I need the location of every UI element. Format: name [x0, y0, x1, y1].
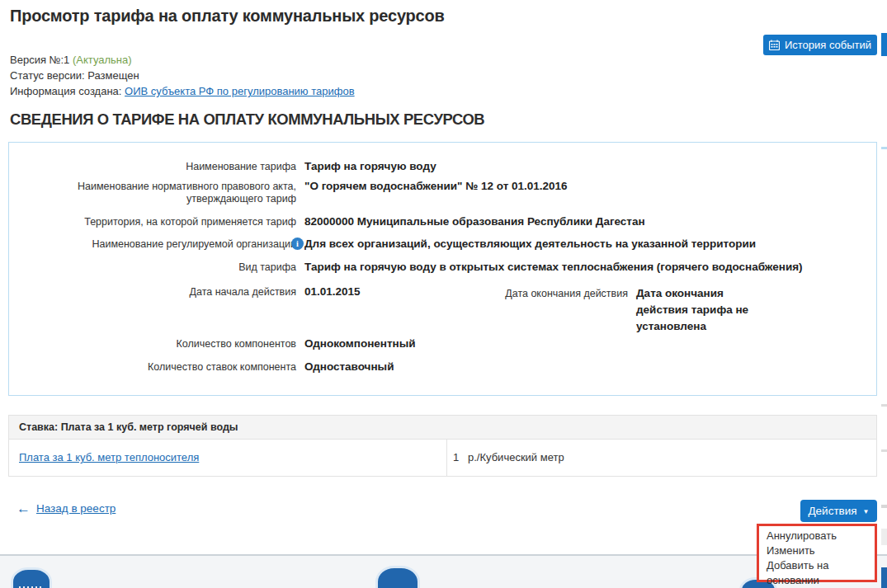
- field-label-tariff-type: Вид тарифа: [17, 261, 296, 274]
- back-arrow-icon[interactable]: ←: [17, 501, 31, 517]
- section-heading: СВЕДЕНИЯ О ТАРИФЕ НА ОПЛАТУ КОММУНАЛЬНЫХ…: [10, 111, 484, 129]
- created-label: Информация создана:: [10, 85, 121, 97]
- field-value-tariff-type: Тариф на горячую воду в открытых система…: [304, 261, 849, 274]
- version-meta: Версия №:1 (Актуальна) Статус версии: Ра…: [10, 52, 355, 99]
- field-value-rates-count: Одноставочный: [304, 360, 849, 374]
- rate-component-link[interactable]: Плата за 1 куб. метр теплоносителя: [19, 451, 199, 463]
- field-value-organization: Для всех организаций, осуществляющих дея…: [304, 238, 849, 251]
- field-label-end-date: Дата окончания действия: [339, 288, 628, 299]
- tariff-details-panel: Наименование тарифа Тариф на горячую вод…: [8, 142, 877, 396]
- created-by-link[interactable]: ОИВ субъекта РФ по регулированию тарифов: [125, 85, 355, 97]
- page-title: Просмотр тарифа на оплату коммунальных р…: [10, 7, 445, 26]
- field-value-tariff-name: Тариф на горячую воду: [304, 160, 849, 173]
- calendar-icon: [769, 40, 780, 50]
- version-number: Версия №:1: [10, 54, 69, 66]
- gis-zhkh-logo: [11, 567, 52, 588]
- menu-item-annul[interactable]: Аннулировать: [759, 529, 875, 543]
- version-line: Версия №:1 (Актуальна): [10, 52, 355, 68]
- history-events-button[interactable]: История событий: [763, 35, 877, 55]
- field-value-components-count: Однокомпонентный: [304, 337, 849, 350]
- field-label-rates-count: Количество ставок компонента: [17, 361, 296, 374]
- cropped-edge-fragment: [881, 33, 887, 56]
- history-events-label: История событий: [785, 39, 871, 51]
- table-row: Плата за 1 куб. метр теплоносителя 1 р./…: [9, 440, 876, 476]
- cropped-edge-fragment: [881, 147, 887, 149]
- field-value-legal-act: "О горячем водоснабжении" № 12 от 01.01.…: [304, 180, 849, 193]
- version-status-badge: (Актуальна): [73, 54, 132, 66]
- footer-emblem: [375, 566, 420, 588]
- field-label-components-count: Количество компонентов: [17, 338, 296, 350]
- field-label-territory: Территория, на которой применяется тариф: [17, 216, 296, 228]
- actions-dropdown-menu: Аннулировать Изменить Добавить на основа…: [757, 524, 877, 582]
- cropped-edge-fragment: [881, 449, 887, 452]
- cropped-edge-fragment: [881, 505, 887, 508]
- field-label-tariff-name: Наименование тарифа: [17, 161, 296, 173]
- rate-table: Ставка: Плата за 1 куб. метр горячей вод…: [8, 415, 877, 477]
- back-to-registry-link[interactable]: Назад в реестр: [36, 502, 116, 515]
- actions-button[interactable]: Действия ▼: [800, 500, 877, 522]
- field-label-start-date: Дата начала действия: [17, 286, 296, 299]
- menu-item-add-on-basis[interactable]: Добавить на основании: [759, 558, 875, 588]
- field-label-legal-act: Наименование нормативного правового акта…: [17, 181, 296, 205]
- menu-item-edit[interactable]: Изменить: [759, 543, 875, 558]
- cropped-edge-fragment: [881, 567, 887, 588]
- status-line: Статус версии: Размещен: [10, 68, 355, 83]
- cropped-edge-fragment: [881, 404, 887, 407]
- cropped-edge-fragment: [881, 529, 887, 545]
- field-value-territory: 82000000 Муниципальные образования Респу…: [304, 215, 849, 228]
- rate-unit: р./Кубический метр: [468, 451, 564, 463]
- info-icon[interactable]: i: [291, 238, 304, 250]
- actions-button-label: Действия: [808, 505, 856, 517]
- rate-value: 1: [453, 451, 459, 463]
- rate-table-header: Ставка: Плата за 1 куб. метр горячей вод…: [9, 416, 876, 440]
- field-label-organization: Наименование регулируемой организации: [17, 238, 296, 251]
- field-value-end-date: Дата окончания действия тарифа не устано…: [636, 285, 768, 335]
- tariff-view-page: Просмотр тарифа на оплату коммунальных р…: [0, 0, 887, 588]
- column-divider: [446, 440, 447, 476]
- chevron-down-icon: ▼: [863, 508, 870, 515]
- created-line: Информация создана: ОИВ субъекта РФ по р…: [10, 83, 355, 99]
